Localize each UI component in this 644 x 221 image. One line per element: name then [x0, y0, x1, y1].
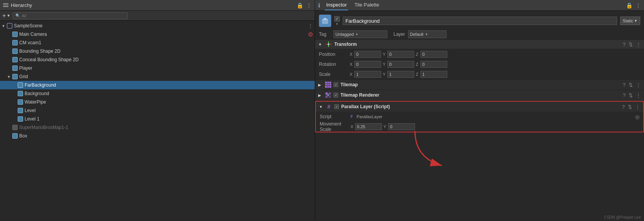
position-y-letter: Y	[383, 52, 387, 57]
inspector-content: ▼ Static ▼ Tag Untagged ▼ Layer Default …	[315, 11, 644, 221]
inspector-header: ℹ Inspector Tile Palette 🔒 ⋮	[315, 0, 644, 11]
rotation-z-letter: Z	[416, 62, 420, 67]
tree-item-samplescene[interactable]: ▼ SampleScene ⋮	[0, 22, 315, 30]
tilemap-renderer-arrow[interactable]: ▶	[318, 93, 323, 97]
scale-y-letter: Y	[383, 72, 387, 77]
scene-menu-icon[interactable]: ⋮	[308, 23, 313, 29]
grid-label: Grid	[19, 74, 28, 79]
inspector-panel: ℹ Inspector Tile Palette 🔒 ⋮ ▼ Static	[315, 0, 644, 221]
tree-item-level1[interactable]: Level 1	[0, 115, 315, 123]
inspector-header-icons: 🔒 ⋮	[626, 3, 641, 8]
movement-x-input[interactable]	[355, 123, 382, 130]
tree-item-level[interactable]: Level	[0, 106, 315, 115]
scale-z-field: Z	[416, 71, 447, 78]
hierarchy-panel: Hierarchy 🔒 ⋮ + ▼ 🔍 ▼ SampleScene ⋮ Mai	[0, 0, 315, 221]
tilemap-checkbox[interactable]	[334, 82, 338, 87]
svg-point-11	[327, 94, 329, 96]
object-active-checkbox[interactable]	[334, 16, 340, 22]
rotation-x-letter: X	[350, 62, 354, 67]
parallax-script-target-icon[interactable]: ◎	[635, 114, 639, 120]
tree-item-waterpipe[interactable]: WaterPipe	[0, 98, 315, 106]
tree-item-background[interactable]: Background	[0, 89, 315, 98]
scale-x-input[interactable]	[354, 71, 381, 78]
main-camera-icon	[12, 32, 18, 37]
svg-point-6	[328, 44, 329, 45]
tree-item-grid[interactable]: ▼ Grid	[0, 72, 315, 81]
more-options-icon[interactable]: ⋮	[306, 3, 312, 8]
position-y-input[interactable]	[387, 51, 414, 58]
grid-icon	[12, 74, 18, 79]
rotation-x-input[interactable]	[354, 61, 381, 68]
tilemap-help-icon[interactable]: ?	[623, 82, 626, 88]
movement-x-letter: X	[350, 124, 354, 129]
tilemap-renderer-more-icon[interactable]: ⋮	[636, 92, 641, 98]
search-input[interactable]	[22, 13, 125, 18]
transform-help-icon[interactable]: ?	[623, 42, 626, 47]
tilemap-renderer-help-icon[interactable]: ?	[623, 92, 626, 98]
tilemap-arrow[interactable]: ▶	[318, 83, 323, 87]
cmvcam1-icon	[12, 40, 18, 45]
movement-scale-fields: X Y	[350, 123, 639, 130]
tilemap-title: Tilemap	[340, 82, 621, 87]
tag-label: Tag	[319, 32, 330, 37]
transform-more-icon[interactable]: ⋮	[636, 42, 641, 47]
position-z-input[interactable]	[420, 51, 447, 58]
scale-label: Scale	[319, 72, 350, 77]
object-name-input[interactable]	[343, 17, 617, 25]
movement-y-field: Y	[383, 123, 415, 130]
tilemap-renderer-checkbox[interactable]	[334, 93, 338, 97]
layer-dropdown[interactable]: Default ▼	[408, 30, 446, 38]
parallax-arrow[interactable]: ▼	[319, 105, 324, 109]
tilemap-renderer-icon	[325, 92, 331, 98]
position-x-input[interactable]	[354, 51, 381, 58]
tag-value: Untagged	[335, 32, 354, 37]
level-label: Level	[25, 108, 36, 113]
bounding-shape-icon	[12, 49, 18, 54]
parallax-settings-icon[interactable]: ⇅	[628, 104, 632, 110]
tree-item-box[interactable]: Box	[0, 132, 315, 140]
tree-item-player[interactable]: Player	[0, 64, 315, 72]
inspector-more-icon[interactable]: ⋮	[636, 3, 641, 8]
tree-item-supermario[interactable]: SuperMarioBrosMap1-1	[0, 123, 315, 132]
parallax-script-label: Script	[320, 114, 350, 119]
scale-row: Scale X Y Z	[315, 69, 644, 79]
tilemap-renderer-settings-icon[interactable]: ⇅	[629, 92, 633, 98]
movement-y-input[interactable]	[388, 123, 415, 130]
rotation-y-input[interactable]	[387, 61, 414, 68]
tree-item-main-camera[interactable]: Main Camera ⚙	[0, 30, 315, 39]
svg-rect-9	[325, 95, 328, 98]
scale-x-letter: X	[350, 72, 354, 77]
hierarchy-menu-icon[interactable]	[3, 3, 8, 7]
tab-tile-palette[interactable]: Tile Palette	[353, 0, 381, 10]
tree-item-farbackground[interactable]: FarBackground	[0, 81, 315, 89]
parallax-more-icon[interactable]: ⋮	[635, 104, 640, 110]
inspector-lock-icon[interactable]: 🔒	[626, 3, 632, 8]
warning-icon: ⚙	[308, 31, 313, 38]
add-button[interactable]: + ▼	[2, 12, 10, 19]
rotation-z-input[interactable]	[420, 61, 447, 68]
inspector-info-icon[interactable]: ℹ	[318, 3, 320, 8]
parallax-checkbox[interactable]	[334, 104, 339, 109]
tab-inspector[interactable]: Inspector	[325, 0, 348, 10]
parallax-help-icon[interactable]: ?	[622, 104, 625, 110]
transform-section-header: ▼ Transform ? ⇅ ⋮	[315, 39, 644, 49]
grid-expand-arrow: ▼	[7, 75, 12, 79]
static-label: Static	[623, 18, 634, 23]
scale-z-input[interactable]	[420, 71, 447, 78]
transform-expand-arrow[interactable]: ▼	[318, 42, 323, 47]
tree-item-conceal-bounding[interactable]: Conceal Bounding Shape 2D	[0, 55, 315, 64]
tag-dropdown[interactable]: Untagged ▼	[334, 30, 387, 38]
scene-label: SampleScene	[14, 23, 43, 28]
tree-item-cmvcam1[interactable]: CM vcam1	[0, 39, 315, 47]
tree-item-bounding-shape[interactable]: Bounding Shape 2D	[0, 47, 315, 55]
static-button[interactable]: Static ▼	[620, 17, 640, 25]
tilemap-more-icon[interactable]: ⋮	[636, 82, 641, 88]
lock-icon[interactable]: 🔒	[297, 3, 303, 8]
hierarchy-title: Hierarchy	[11, 2, 32, 8]
scale-xyz-fields: X Y Z	[350, 71, 640, 78]
object-checkbox-container: ▼	[334, 16, 340, 26]
bounding-shape-label: Bounding Shape 2D	[19, 49, 60, 54]
transform-settings-icon[interactable]: ⇅	[629, 42, 633, 47]
tilemap-settings-icon[interactable]: ⇅	[629, 82, 633, 88]
scale-y-input[interactable]	[387, 71, 414, 78]
